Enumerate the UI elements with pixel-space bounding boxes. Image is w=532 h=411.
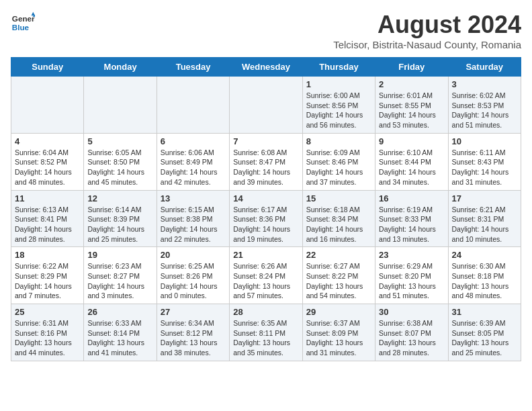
cell-info: Sunrise: 6:10 AM Sunset: 8:44 PM Dayligh… — [379, 148, 444, 187]
calendar-cell: 9Sunrise: 6:10 AM Sunset: 8:44 PM Daylig… — [375, 133, 448, 190]
date-number: 4 — [15, 136, 80, 146]
day-header-saturday: Saturday — [448, 58, 521, 77]
date-number: 25 — [15, 307, 80, 317]
week-row-1: 1Sunrise: 6:00 AM Sunset: 8:56 PM Daylig… — [11, 77, 521, 134]
day-header-sunday: Sunday — [11, 58, 84, 77]
date-number: 30 — [379, 307, 444, 317]
calendar-cell: 29Sunrise: 6:37 AM Sunset: 8:09 PM Dayli… — [302, 304, 375, 361]
calendar-cell: 12Sunrise: 6:14 AM Sunset: 8:39 PM Dayli… — [84, 190, 157, 247]
day-header-row: SundayMondayTuesdayWednesdayThursdayFrid… — [11, 58, 521, 77]
calendar-cell: 6Sunrise: 6:06 AM Sunset: 8:49 PM Daylig… — [157, 133, 229, 190]
cell-info: Sunrise: 6:19 AM Sunset: 8:33 PM Dayligh… — [379, 205, 444, 244]
calendar-cell: 18Sunrise: 6:22 AM Sunset: 8:29 PM Dayli… — [11, 247, 84, 304]
calendar-cell: 16Sunrise: 6:19 AM Sunset: 8:33 PM Dayli… — [375, 190, 448, 247]
calendar-cell: 7Sunrise: 6:08 AM Sunset: 8:47 PM Daylig… — [230, 133, 302, 190]
date-number: 31 — [452, 307, 517, 317]
calendar-cell: 30Sunrise: 6:38 AM Sunset: 8:07 PM Dayli… — [375, 304, 448, 361]
cell-info: Sunrise: 6:29 AM Sunset: 8:20 PM Dayligh… — [379, 261, 444, 301]
calendar-cell: 1Sunrise: 6:00 AM Sunset: 8:56 PM Daylig… — [302, 77, 375, 134]
date-number: 9 — [379, 136, 444, 146]
cell-info: Sunrise: 6:09 AM Sunset: 8:46 PM Dayligh… — [306, 148, 371, 187]
calendar-cell: 15Sunrise: 6:18 AM Sunset: 8:34 PM Dayli… — [302, 190, 375, 247]
week-row-4: 18Sunrise: 6:22 AM Sunset: 8:29 PM Dayli… — [11, 247, 521, 304]
calendar-title: August 2024 — [333, 11, 521, 39]
date-number: 27 — [161, 307, 226, 317]
calendar-cell — [11, 77, 84, 134]
cell-info: Sunrise: 6:17 AM Sunset: 8:36 PM Dayligh… — [233, 205, 298, 244]
date-number: 11 — [15, 193, 80, 203]
cell-info: Sunrise: 6:02 AM Sunset: 8:53 PM Dayligh… — [452, 91, 517, 130]
date-number: 24 — [452, 250, 517, 260]
cell-info: Sunrise: 6:18 AM Sunset: 8:34 PM Dayligh… — [306, 205, 371, 244]
calendar-cell: 28Sunrise: 6:35 AM Sunset: 8:11 PM Dayli… — [230, 304, 302, 361]
calendar-cell: 23Sunrise: 6:29 AM Sunset: 8:20 PM Dayli… — [375, 247, 448, 304]
cell-info: Sunrise: 6:35 AM Sunset: 8:11 PM Dayligh… — [233, 318, 298, 358]
cell-info: Sunrise: 6:27 AM Sunset: 8:22 PM Dayligh… — [306, 261, 371, 301]
calendar-cell: 20Sunrise: 6:25 AM Sunset: 8:26 PM Dayli… — [157, 247, 229, 304]
calendar-cell: 31Sunrise: 6:39 AM Sunset: 8:05 PM Dayli… — [448, 304, 521, 361]
calendar-cell: 26Sunrise: 6:33 AM Sunset: 8:14 PM Dayli… — [84, 304, 157, 361]
date-number: 16 — [379, 193, 444, 203]
week-row-2: 4Sunrise: 6:04 AM Sunset: 8:52 PM Daylig… — [11, 133, 521, 190]
date-number: 2 — [379, 79, 444, 89]
date-number: 26 — [87, 307, 152, 317]
calendar-cell: 21Sunrise: 6:26 AM Sunset: 8:24 PM Dayli… — [230, 247, 302, 304]
logo: General Blue — [11, 11, 35, 35]
cell-info: Sunrise: 6:38 AM Sunset: 8:07 PM Dayligh… — [379, 318, 444, 358]
cell-info: Sunrise: 6:34 AM Sunset: 8:12 PM Dayligh… — [161, 318, 226, 358]
date-number: 13 — [161, 193, 226, 203]
calendar-cell: 14Sunrise: 6:17 AM Sunset: 8:36 PM Dayli… — [230, 190, 302, 247]
calendar-cell: 13Sunrise: 6:15 AM Sunset: 8:38 PM Dayli… — [157, 190, 229, 247]
header: General Blue August 2024 Telcisor, Bistr… — [11, 11, 521, 50]
date-number: 8 — [306, 136, 371, 146]
cell-info: Sunrise: 6:25 AM Sunset: 8:26 PM Dayligh… — [161, 261, 226, 301]
cell-info: Sunrise: 6:08 AM Sunset: 8:47 PM Dayligh… — [233, 148, 298, 187]
cell-info: Sunrise: 6:00 AM Sunset: 8:56 PM Dayligh… — [306, 91, 371, 130]
cell-info: Sunrise: 6:26 AM Sunset: 8:24 PM Dayligh… — [233, 261, 298, 301]
calendar-cell — [230, 77, 302, 134]
calendar-cell: 17Sunrise: 6:21 AM Sunset: 8:31 PM Dayli… — [448, 190, 521, 247]
cell-info: Sunrise: 6:14 AM Sunset: 8:39 PM Dayligh… — [87, 205, 152, 244]
cell-info: Sunrise: 6:23 AM Sunset: 8:27 PM Dayligh… — [87, 261, 152, 301]
cell-info: Sunrise: 6:04 AM Sunset: 8:52 PM Dayligh… — [15, 148, 80, 187]
day-header-wednesday: Wednesday — [230, 58, 302, 77]
calendar-cell: 3Sunrise: 6:02 AM Sunset: 8:53 PM Daylig… — [448, 77, 521, 134]
date-number: 18 — [15, 250, 80, 260]
cell-info: Sunrise: 6:30 AM Sunset: 8:18 PM Dayligh… — [452, 261, 517, 301]
week-row-3: 11Sunrise: 6:13 AM Sunset: 8:41 PM Dayli… — [11, 190, 521, 247]
calendar-cell: 10Sunrise: 6:11 AM Sunset: 8:43 PM Dayli… — [448, 133, 521, 190]
calendar-cell: 19Sunrise: 6:23 AM Sunset: 8:27 PM Dayli… — [84, 247, 157, 304]
calendar-cell: 2Sunrise: 6:01 AM Sunset: 8:55 PM Daylig… — [375, 77, 448, 134]
calendar-cell — [157, 77, 229, 134]
date-number: 20 — [161, 250, 226, 260]
calendar-table: SundayMondayTuesdayWednesdayThursdayFrid… — [11, 57, 521, 361]
calendar-cell: 22Sunrise: 6:27 AM Sunset: 8:22 PM Dayli… — [302, 247, 375, 304]
date-number: 1 — [306, 79, 371, 89]
date-number: 17 — [452, 193, 517, 203]
calendar-cell: 27Sunrise: 6:34 AM Sunset: 8:12 PM Dayli… — [157, 304, 229, 361]
date-number: 10 — [452, 136, 517, 146]
cell-info: Sunrise: 6:13 AM Sunset: 8:41 PM Dayligh… — [15, 205, 80, 244]
date-number: 3 — [452, 79, 517, 89]
cell-info: Sunrise: 6:11 AM Sunset: 8:43 PM Dayligh… — [452, 148, 517, 187]
day-header-tuesday: Tuesday — [157, 58, 229, 77]
svg-text:Blue: Blue — [12, 23, 30, 32]
calendar-cell: 5Sunrise: 6:05 AM Sunset: 8:50 PM Daylig… — [84, 133, 157, 190]
cell-info: Sunrise: 6:31 AM Sunset: 8:16 PM Dayligh… — [15, 318, 80, 358]
calendar-subtitle: Telcisor, Bistrita-Nasaud County, Romani… — [333, 39, 521, 50]
day-header-friday: Friday — [375, 58, 448, 77]
cell-info: Sunrise: 6:33 AM Sunset: 8:14 PM Dayligh… — [87, 318, 152, 358]
calendar-cell: 8Sunrise: 6:09 AM Sunset: 8:46 PM Daylig… — [302, 133, 375, 190]
calendar-cell: 25Sunrise: 6:31 AM Sunset: 8:16 PM Dayli… — [11, 304, 84, 361]
date-number: 28 — [233, 307, 298, 317]
date-number: 15 — [306, 193, 371, 203]
week-row-5: 25Sunrise: 6:31 AM Sunset: 8:16 PM Dayli… — [11, 304, 521, 361]
date-number: 6 — [161, 136, 226, 146]
date-number: 19 — [87, 250, 152, 260]
calendar-cell: 24Sunrise: 6:30 AM Sunset: 8:18 PM Dayli… — [448, 247, 521, 304]
cell-info: Sunrise: 6:22 AM Sunset: 8:29 PM Dayligh… — [15, 261, 80, 301]
date-number: 21 — [233, 250, 298, 260]
cell-info: Sunrise: 6:06 AM Sunset: 8:49 PM Dayligh… — [161, 148, 226, 187]
day-header-monday: Monday — [84, 58, 157, 77]
date-number: 5 — [87, 136, 152, 146]
